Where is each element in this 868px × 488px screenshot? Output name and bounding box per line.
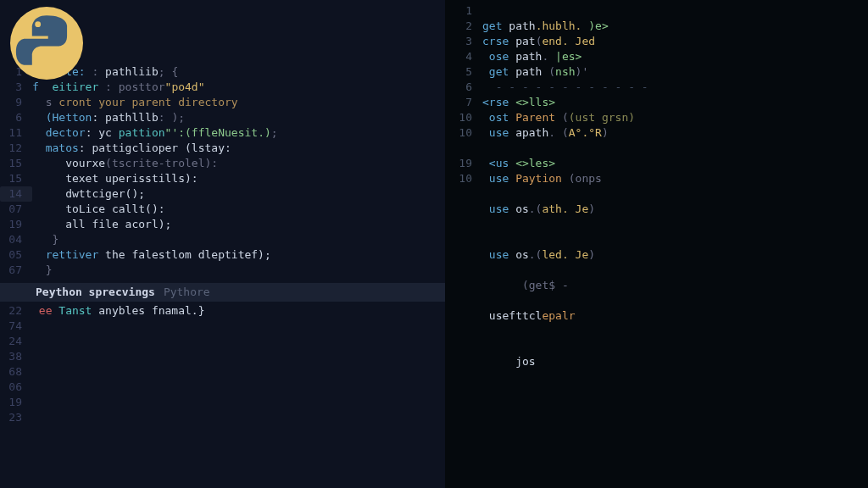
left-editor-pane[interactable]: 1 rnute: : pathliib; {3f eitirer : postt… bbox=[0, 0, 445, 488]
code-line[interactable]: 23 bbox=[0, 410, 445, 425]
panel-title: Peython sprecvings bbox=[36, 286, 155, 298]
editor-app: 1 rnute: : pathliib; {3f eitirer : postt… bbox=[0, 0, 868, 488]
code-line[interactable]: 15 texet uperisstills): bbox=[0, 171, 445, 186]
code-line[interactable]: 07 toLice callt(): bbox=[0, 202, 445, 217]
code-content: } bbox=[32, 263, 52, 278]
code-line[interactable]: 04 } bbox=[0, 232, 445, 247]
code-line[interactable]: 10 use apath. (A°.°R) bbox=[445, 125, 868, 141]
code-line[interactable]: (get$ - bbox=[445, 278, 868, 293]
code-content: (Hetton: pathlllb: ); bbox=[32, 110, 185, 125]
code-line[interactable] bbox=[445, 217, 868, 232]
code-content: (get$ - bbox=[482, 278, 569, 293]
code-content: dector: yc pattion"':(ffleNuesit.); bbox=[32, 125, 278, 141]
line-number: 15 bbox=[0, 156, 32, 171]
code-line[interactable]: 06 bbox=[0, 380, 445, 395]
panel-subtitle: Pythore bbox=[164, 286, 210, 298]
line-number bbox=[445, 263, 482, 278]
code-content: use os.(led. Je) bbox=[482, 247, 595, 263]
code-content: vourxe(tscrite-trolel): bbox=[32, 156, 218, 171]
line-number bbox=[445, 141, 482, 156]
code-line[interactable]: 11 dector: yc pattion"':(ffleNuesit.); bbox=[0, 125, 445, 141]
code-line[interactable]: 2get path.hublh. )e> bbox=[445, 19, 868, 34]
code-line[interactable]: 24 bbox=[0, 334, 445, 349]
code-content: rettiver the falestlom dleptitef); bbox=[32, 247, 271, 263]
code-line[interactable]: 10 ost Parent ((ust grsn) bbox=[445, 110, 868, 125]
line-number: 12 bbox=[0, 141, 32, 156]
line-number bbox=[445, 339, 482, 354]
code-line[interactable]: use os.(led. Je) bbox=[445, 247, 868, 263]
code-line[interactable]: use os.(ath. Je) bbox=[445, 202, 868, 217]
line-number: 23 bbox=[0, 410, 32, 425]
code-line[interactable]: 10 use Paytion (onps bbox=[445, 171, 868, 186]
line-number: 10 bbox=[445, 125, 482, 141]
code-line[interactable]: 05 rettiver the falestlom dleptitef); bbox=[0, 247, 445, 263]
code-line[interactable]: 38 bbox=[0, 349, 445, 364]
line-number: 4 bbox=[445, 49, 482, 64]
code-line[interactable]: 12 matos: pattigclioper (lstay: bbox=[0, 141, 445, 156]
line-number bbox=[445, 186, 482, 202]
line-number: 10 bbox=[445, 171, 482, 186]
line-number bbox=[445, 217, 482, 232]
code-line[interactable] bbox=[445, 293, 868, 308]
code-line[interactable]: 7<rse <>lls> bbox=[445, 95, 868, 110]
code-line[interactable]: 3f eitirer : posttor"po4d" bbox=[0, 80, 445, 95]
code-line[interactable] bbox=[445, 339, 868, 354]
code-line[interactable] bbox=[445, 141, 868, 156]
line-number bbox=[445, 354, 482, 369]
code-content: } bbox=[32, 232, 58, 247]
line-number: 04 bbox=[0, 232, 32, 247]
code-line[interactable]: 19 <us <>les> bbox=[445, 156, 868, 171]
code-line[interactable]: 4 ose path. |es> bbox=[445, 49, 868, 64]
line-number: 67 bbox=[0, 263, 32, 278]
code-content: s cront your parent directory bbox=[32, 95, 238, 110]
code-line[interactable]: 3crse pat(end. Jed bbox=[445, 34, 868, 49]
code-line[interactable]: usefttclepalr bbox=[445, 308, 868, 324]
code-line[interactable]: 6 - - - - - - - - - - - - bbox=[445, 80, 868, 95]
python-logo-icon bbox=[10, 7, 83, 80]
code-content: use apath. (A°.°R) bbox=[482, 125, 609, 141]
code-content: <us <>les> bbox=[482, 156, 555, 171]
code-line[interactable]: 6 (Hetton: pathlllb: ); bbox=[0, 110, 445, 125]
line-number: 1 bbox=[445, 3, 482, 19]
code-content: use Paytion (onps bbox=[482, 171, 602, 186]
code-line[interactable]: 15 vourxe(tscrite-trolel): bbox=[0, 156, 445, 171]
right-editor-pane[interactable]: 12get path.hublh. )e>3crse pat(end. Jed4… bbox=[445, 0, 868, 488]
line-number: 14 bbox=[0, 186, 32, 202]
line-number: 15 bbox=[0, 171, 32, 186]
svg-point-0 bbox=[35, 21, 41, 27]
code-line[interactable] bbox=[445, 263, 868, 278]
code-line[interactable]: 22 ee Tanst anybles fnamal.} bbox=[0, 303, 445, 319]
code-line[interactable]: 5 get path (nsh)' bbox=[445, 64, 868, 80]
line-number: 7 bbox=[445, 95, 482, 110]
code-line[interactable]: 74 bbox=[0, 319, 445, 334]
code-line[interactable]: 19 all file acorl); bbox=[0, 217, 445, 232]
line-number bbox=[445, 247, 482, 263]
code-content: jos bbox=[482, 354, 536, 369]
code-line[interactable] bbox=[445, 186, 868, 202]
code-line[interactable]: jos bbox=[445, 354, 868, 369]
code-line[interactable]: 14 dwttciger(); bbox=[0, 186, 445, 202]
code-line[interactable]: 68 bbox=[0, 364, 445, 380]
code-line[interactable] bbox=[445, 232, 868, 247]
bottom-panel-header[interactable]: Peython sprecvings Pythore bbox=[0, 283, 445, 302]
line-number: 24 bbox=[0, 334, 32, 349]
code-content: f eitirer : posttor"po4d" bbox=[32, 80, 205, 95]
code-line[interactable] bbox=[445, 324, 868, 339]
bottom-panel-body[interactable]: 22 ee Tanst anybles fnamal.}742438680619… bbox=[0, 302, 445, 488]
code-line[interactable]: 19 bbox=[0, 395, 445, 410]
code-content: ose path. |es> bbox=[482, 49, 581, 64]
code-line[interactable]: 1 bbox=[445, 3, 868, 19]
line-number: 05 bbox=[0, 247, 32, 263]
line-number: 6 bbox=[0, 110, 32, 125]
line-number: 19 bbox=[0, 217, 32, 232]
line-number: 07 bbox=[0, 202, 32, 217]
line-number bbox=[445, 278, 482, 293]
code-content: use os.(ath. Je) bbox=[482, 202, 595, 217]
line-number: 2 bbox=[445, 19, 482, 34]
line-number: 19 bbox=[445, 156, 482, 171]
code-content: ost Parent ((ust grsn) bbox=[482, 110, 635, 125]
code-content: matos: pattigclioper (lstay: bbox=[32, 141, 231, 156]
code-line[interactable]: 67 } bbox=[0, 263, 445, 278]
code-line[interactable]: 9 s cront your parent directory bbox=[0, 95, 445, 110]
code-content: <rse <>lls> bbox=[482, 95, 555, 110]
